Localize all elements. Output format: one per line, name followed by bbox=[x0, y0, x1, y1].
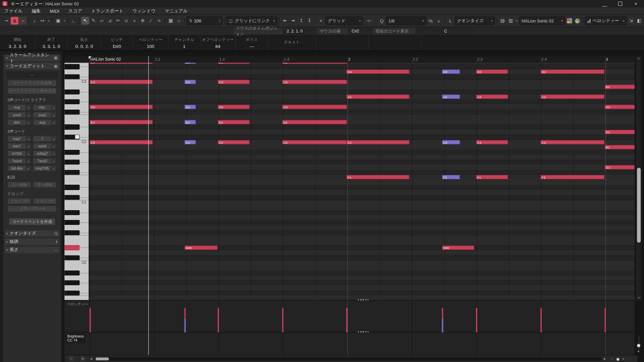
move-down-icon[interactable]: ↧ bbox=[306, 17, 313, 24]
grid-type[interactable]: グリッド▾ bbox=[325, 16, 363, 25]
midi-note[interactable]: E3 bbox=[218, 63, 250, 64]
glue-tool[interactable]: ∪ bbox=[122, 17, 130, 24]
midi-note[interactable]: D#0 bbox=[442, 245, 475, 250]
chord-variant-handle[interactable]: ▸ bbox=[26, 165, 31, 171]
midi-note[interactable]: C2 bbox=[184, 140, 196, 144]
midi-note[interactable]: D3 bbox=[540, 69, 604, 74]
param-channel[interactable]: チャンネル1 bbox=[168, 36, 201, 51]
midi-note[interactable]: C3 bbox=[184, 79, 196, 84]
chord-variant-handle[interactable]: ▸ bbox=[26, 112, 31, 118]
midi-note[interactable]: E2 bbox=[90, 120, 153, 124]
note-expression-caret[interactable]: ▾ bbox=[62, 19, 66, 22]
open-in-window-icon[interactable]: ⇲ bbox=[627, 17, 635, 24]
chord-button[interactable]: dim▸ bbox=[7, 119, 31, 126]
match-chord-track-button[interactable]: コードトラックに合わせる bbox=[7, 87, 57, 95]
velocity-bar[interactable] bbox=[604, 308, 606, 332]
insert-velocity[interactable]: ⇅100▴▾ bbox=[186, 16, 223, 25]
chord-button[interactable]: sus2▸ bbox=[33, 112, 57, 118]
piano-key[interactable] bbox=[64, 149, 79, 155]
drop-2-4-button[interactable]: ドロップ2 + 4 bbox=[7, 205, 57, 212]
menu-item-score[interactable]: スコア bbox=[68, 8, 82, 14]
split-tool[interactable]: ✂ bbox=[114, 17, 122, 24]
midi-note[interactable]: C2 bbox=[282, 140, 347, 144]
midi-note[interactable]: C2 bbox=[540, 140, 604, 144]
menu-item-manual[interactable]: マニュアル bbox=[165, 8, 188, 14]
param-voice[interactable]: ボイス— bbox=[236, 36, 268, 51]
midi-note[interactable]: E3 bbox=[90, 63, 153, 64]
midi-note[interactable]: C2 bbox=[476, 140, 508, 144]
acoustic-feedback-icon[interactable]: ♪ bbox=[31, 17, 38, 24]
chord-button[interactable]: min7▸ bbox=[7, 143, 31, 149]
scroll-down-arrow[interactable]: ▼ bbox=[636, 297, 642, 299]
inspector-section-chord-edit[interactable]: ▾コードエディット▦ bbox=[4, 63, 59, 69]
midi-note[interactable]: C2 bbox=[218, 140, 250, 144]
velocity-bar[interactable] bbox=[442, 318, 443, 333]
midi-note[interactable]: F1 bbox=[346, 175, 410, 179]
erase-tool[interactable]: ▱ bbox=[98, 17, 105, 24]
velocity-bar[interactable] bbox=[282, 308, 283, 332]
midi-note[interactable]: E2 bbox=[282, 120, 347, 124]
piano-key[interactable] bbox=[64, 74, 79, 79]
chord-button[interactable]: maj7/#5▸ bbox=[33, 165, 57, 172]
param-extra-1[interactable] bbox=[316, 36, 369, 51]
iterative-quantize-icon[interactable]: % bbox=[427, 17, 434, 24]
midi-note[interactable]: E2 bbox=[218, 120, 250, 124]
midi-note[interactable]: D3 bbox=[346, 69, 410, 74]
menu-item-window[interactable]: ウィンドウ bbox=[132, 8, 156, 14]
piano-key[interactable] bbox=[64, 185, 79, 190]
cc-lane-name-chip[interactable]: Brightness CC 74 bbox=[66, 333, 86, 343]
part-list-icon[interactable]: ▤ bbox=[499, 17, 506, 24]
trim-tool[interactable]: ⊿ bbox=[106, 17, 114, 24]
chord-variant-handle[interactable]: ▸ bbox=[26, 158, 31, 164]
chord-button[interactable]: 7▸ bbox=[33, 135, 57, 142]
lane-resize-handle[interactable] bbox=[358, 331, 369, 333]
maximize-button[interactable] bbox=[618, 2, 622, 6]
midi-note[interactable]: E2 bbox=[184, 120, 196, 124]
chord-variant-handle[interactable]: ▸ bbox=[26, 136, 31, 141]
menu-item-file[interactable]: ファイル bbox=[4, 8, 22, 14]
piano-key[interactable] bbox=[64, 170, 79, 175]
piano-key[interactable] bbox=[64, 109, 79, 114]
horizontal-scroll-track[interactable] bbox=[95, 357, 602, 361]
piano-key[interactable] bbox=[64, 280, 79, 285]
edit-active-part-icon[interactable]: ∟ bbox=[70, 17, 77, 24]
cc74-lane[interactable]: Brightness CC 74 bbox=[64, 332, 635, 356]
note-expression-icon[interactable]: ▣ bbox=[54, 17, 62, 24]
link-to-grid[interactable]: ◫グリッドにリンク▾ bbox=[226, 16, 277, 25]
color-scheme-icon[interactable] bbox=[575, 18, 580, 23]
midi-note[interactable]: A2 bbox=[476, 95, 508, 99]
param-velocity[interactable]: ベロシティー100 bbox=[133, 36, 168, 51]
chord-variant-handle[interactable]: ▸ bbox=[51, 105, 56, 110]
piano-key[interactable] bbox=[64, 220, 79, 225]
event-colors-icon[interactable] bbox=[567, 18, 572, 23]
autoscroll-caret[interactable]: ▾ bbox=[47, 19, 51, 22]
piano-key[interactable] bbox=[64, 230, 79, 235]
note-display-area[interactable]: E3E3E3E3D3D3D3D3C3C3C3C3B2A2A2A2A2G2G2G2… bbox=[89, 63, 634, 300]
auto-select-controllers-icon[interactable]: ▦ bbox=[167, 17, 174, 24]
piano-key[interactable] bbox=[64, 89, 79, 94]
timeline-ruler[interactable]: HALion Sonic 02 1.21.31.422.22.32.43 bbox=[64, 56, 635, 63]
chord-variant-handle[interactable]: ▸ bbox=[26, 105, 31, 110]
midi-note[interactable]: G2 bbox=[218, 105, 250, 109]
midi-note[interactable]: G2 bbox=[604, 105, 634, 109]
move-up-icon[interactable]: ↥ bbox=[298, 17, 305, 24]
chord-button[interactable]: 7sus2▸ bbox=[33, 158, 57, 164]
velocity-bar[interactable] bbox=[90, 308, 91, 332]
horizontal-scroll-thumb[interactable] bbox=[96, 358, 109, 361]
midi-note[interactable]: E3 bbox=[184, 63, 196, 64]
piano-key[interactable] bbox=[64, 210, 79, 215]
midi-note[interactable]: D3 bbox=[442, 69, 460, 74]
chord-variant-handle[interactable]: ▸ bbox=[51, 119, 56, 125]
chord-button[interactable]: aug▸ bbox=[33, 119, 57, 126]
midi-note[interactable]: C3 bbox=[218, 79, 250, 84]
menu-item-transport[interactable]: トランスポート bbox=[91, 8, 123, 14]
piano-key[interactable] bbox=[64, 195, 79, 200]
nudge-right-icon[interactable]: ↠ bbox=[289, 17, 297, 24]
midi-note[interactable]: D#0 bbox=[184, 245, 218, 250]
midi-note[interactable]: G2 bbox=[282, 105, 347, 109]
add-chord-track-button[interactable]: コードトラックを追加 bbox=[7, 80, 57, 87]
chord-variant-handle[interactable]: ▸ bbox=[26, 119, 31, 125]
length-quantize[interactable]: クオンタイズ▾ bbox=[455, 16, 495, 25]
menu-item-edit[interactable]: 編集 bbox=[32, 8, 41, 14]
warp-tool[interactable]: ∿ bbox=[155, 17, 163, 24]
